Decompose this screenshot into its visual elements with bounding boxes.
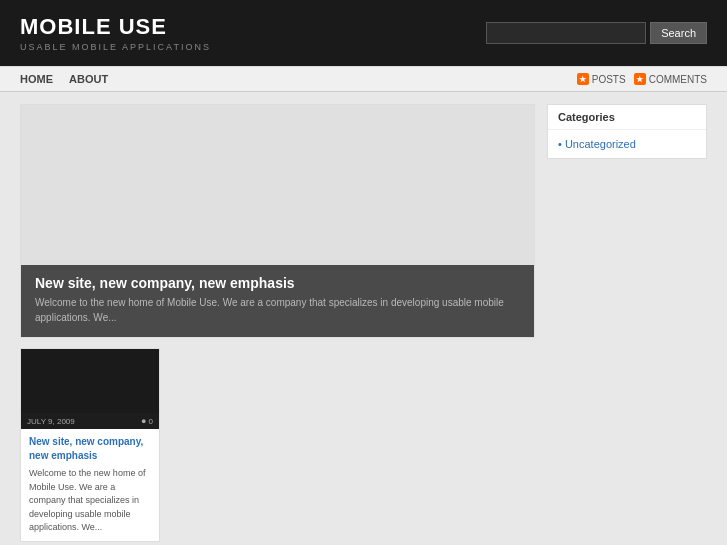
featured-caption: New site, new company, new emphasis Welc…	[21, 265, 534, 337]
feed-comments-label: COMMENTS	[649, 74, 707, 85]
feed-posts[interactable]: ★ POSTS	[577, 73, 626, 85]
site-title: MOBILE USE	[20, 14, 211, 40]
site-subtitle: USABLE MOBILE APPLICATIONS	[20, 42, 211, 52]
feed-posts-label: POSTS	[592, 74, 626, 85]
post-excerpt: Welcome to the new home of Mobile Use. W…	[29, 467, 151, 535]
header-branding: MOBILE USE USABLE MOBILE APPLICATIONS	[20, 14, 211, 52]
post-thumbnail: JULY 9, 2009 ● 0	[21, 349, 159, 429]
categories-title: Categories	[548, 105, 706, 130]
categories-widget: Categories Uncategorized	[547, 104, 707, 159]
category-link[interactable]: Uncategorized	[565, 138, 636, 150]
nav-links: HOME ABOUT	[20, 73, 108, 85]
featured-post: New site, new company, new emphasis Welc…	[20, 104, 535, 338]
post-body: New site, new company, new emphasis Welc…	[21, 429, 159, 541]
post-date: JULY 9, 2009	[27, 417, 75, 426]
categories-body: Uncategorized	[548, 130, 706, 158]
featured-title[interactable]: New site, new company, new emphasis	[35, 275, 520, 291]
nav-home[interactable]: HOME	[20, 73, 53, 85]
search-input[interactable]	[486, 22, 646, 44]
content-area: New site, new company, new emphasis Welc…	[20, 104, 535, 545]
main-layout: New site, new company, new emphasis Welc…	[0, 92, 727, 545]
list-item: Uncategorized	[558, 136, 696, 152]
rss-icon: ★	[577, 73, 589, 85]
nav-bar: HOME ABOUT ★ POSTS ★ COMMENTS	[0, 66, 727, 92]
post-grid: JULY 9, 2009 ● 0 New site, new company, …	[20, 348, 535, 542]
rss-comments-icon: ★	[634, 73, 646, 85]
featured-excerpt: Welcome to the new home of Mobile Use. W…	[35, 295, 520, 325]
header: MOBILE USE USABLE MOBILE APPLICATIONS Se…	[0, 0, 727, 66]
post-card: JULY 9, 2009 ● 0 New site, new company, …	[20, 348, 160, 542]
search-button[interactable]: Search	[650, 22, 707, 44]
post-title-link[interactable]: New site, new company, new emphasis	[29, 435, 151, 463]
nav-feeds: ★ POSTS ★ COMMENTS	[577, 73, 707, 85]
post-comment-count: ● 0	[141, 416, 153, 426]
comment-icon: ●	[141, 416, 146, 426]
feed-comments[interactable]: ★ COMMENTS	[634, 73, 707, 85]
post-meta: JULY 9, 2009 ● 0	[21, 413, 159, 429]
featured-image	[21, 105, 534, 265]
search-form: Search	[486, 22, 707, 44]
sidebar: Categories Uncategorized	[547, 104, 707, 545]
categories-list: Uncategorized	[558, 136, 696, 152]
nav-about[interactable]: ABOUT	[69, 73, 108, 85]
